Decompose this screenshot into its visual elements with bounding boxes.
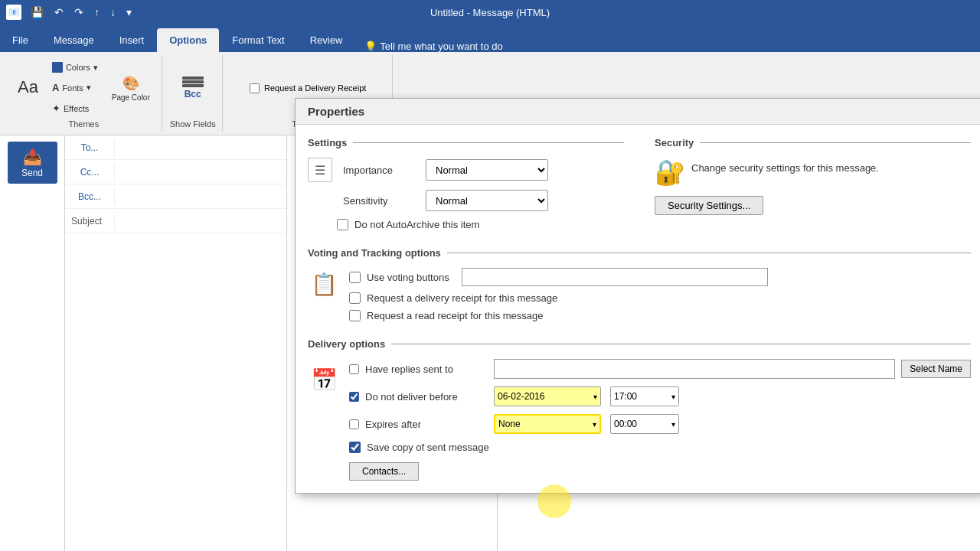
delivery-icon-box: 📅 bbox=[308, 359, 340, 401]
tab-review[interactable]: Review bbox=[298, 28, 355, 52]
security-title: Security bbox=[655, 137, 694, 148]
bcc-input[interactable] bbox=[115, 188, 286, 205]
expires-time-value: 00:00 bbox=[614, 419, 671, 429]
expires-time-arrow: ▾ bbox=[671, 420, 675, 429]
save-copy-row: Save copy of sent message bbox=[349, 442, 971, 453]
title-bar: 📧 💾 ↶ ↷ ↑ ↓ ▾ Untitled - Message (HTML) bbox=[0, 0, 980, 24]
request-delivery-checkbox[interactable] bbox=[349, 292, 361, 304]
read-receipt-row: Request a read receipt for this message bbox=[349, 310, 768, 321]
send-button[interactable]: 📤 Send bbox=[8, 142, 57, 184]
down-button[interactable]: ↓ bbox=[107, 5, 119, 20]
dropdown-button[interactable]: ▾ bbox=[123, 5, 135, 20]
dialog-title: Properties bbox=[296, 99, 980, 125]
deliver-before-time[interactable]: 17:00 ▾ bbox=[610, 386, 679, 406]
deliver-before-date-value: 06-02-2016 bbox=[498, 391, 593, 402]
delivery-header: Delivery options bbox=[308, 338, 971, 350]
voting-icon-box: 📋 bbox=[308, 268, 340, 300]
expires-date-arrow: ▾ bbox=[593, 420, 596, 429]
send-icon: 📤 bbox=[23, 148, 42, 166]
colors-dropdown: ▾ bbox=[93, 63, 98, 73]
page-color-icon: 🎨 bbox=[122, 75, 139, 92]
deliver-before-checkbox[interactable] bbox=[349, 392, 359, 402]
to-button[interactable]: To... bbox=[65, 139, 115, 156]
voting-checkboxes: Use voting buttons Request a delivery re… bbox=[349, 268, 768, 328]
tell-me-bar[interactable]: 💡 Tell me what you want to do bbox=[355, 41, 511, 52]
delivery-title: Delivery options bbox=[308, 338, 385, 350]
dialog-body: Settings ☰ Importance Low Normal High bbox=[296, 125, 980, 493]
delivery-fields: Have replies sent to Select Name Do not … bbox=[349, 359, 971, 481]
autoarchive-label: Do not AutoArchive this item bbox=[354, 219, 479, 230]
subject-label: Subject bbox=[65, 213, 115, 230]
themes-button[interactable]: Aa bbox=[12, 75, 44, 101]
expires-checkbox[interactable] bbox=[349, 419, 359, 429]
undo-button[interactable]: ↶ bbox=[51, 5, 67, 20]
bcc-button[interactable]: Bcc bbox=[177, 73, 209, 103]
bcc-icon-group bbox=[182, 77, 204, 87]
sensitivity-row: Sensitivity Normal Personal Private Conf… bbox=[308, 190, 624, 211]
deliver-before-row: Do not deliver before 06-02-2016 ▾ 17:00… bbox=[349, 386, 971, 406]
subject-input[interactable] bbox=[115, 213, 286, 230]
save-button[interactable]: 💾 bbox=[28, 5, 47, 20]
settings-header: Settings bbox=[308, 137, 624, 148]
lock-icon: 🔐 bbox=[655, 158, 685, 187]
tab-message[interactable]: Message bbox=[41, 28, 106, 52]
expires-row: Expires after None ▾ 00:00 ▾ bbox=[349, 414, 971, 434]
replies-checkbox[interactable] bbox=[349, 364, 359, 374]
to-input[interactable] bbox=[115, 139, 286, 156]
voting-line bbox=[447, 253, 971, 253]
tab-file[interactable]: File bbox=[0, 28, 41, 52]
cc-input[interactable] bbox=[115, 164, 286, 181]
tab-insert[interactable]: Insert bbox=[107, 28, 157, 52]
replies-input[interactable] bbox=[494, 359, 895, 379]
cc-row: Cc... bbox=[65, 160, 286, 184]
sensitivity-select[interactable]: Normal Personal Private Confidential bbox=[426, 190, 548, 211]
save-copy-checkbox[interactable] bbox=[349, 442, 361, 453]
themes-icon: Aa bbox=[18, 79, 38, 96]
colors-button[interactable]: Colors ▾ bbox=[47, 58, 103, 77]
fonts-button[interactable]: A Fonts ▾ bbox=[47, 78, 103, 97]
ribbon-tabs-row: File Message Insert Options Format Text … bbox=[0, 24, 980, 52]
up-button[interactable]: ↑ bbox=[91, 5, 103, 20]
autoarchive-checkbox[interactable] bbox=[337, 219, 348, 230]
use-voting-checkbox[interactable] bbox=[349, 272, 361, 283]
colors-swatch bbox=[52, 62, 63, 73]
request-read-checkbox[interactable] bbox=[349, 310, 361, 321]
redo-button[interactable]: ↷ bbox=[71, 5, 87, 20]
importance-select[interactable]: Low Normal High bbox=[426, 159, 548, 181]
to-row: To... bbox=[65, 135, 286, 160]
replies-row: Have replies sent to Select Name bbox=[349, 359, 971, 379]
autoarchive-row: Do not AutoArchive this item bbox=[337, 219, 624, 230]
show-fields-items: Bcc bbox=[177, 58, 209, 118]
select-name-button[interactable]: Select Name bbox=[901, 360, 971, 378]
effects-icon: ✦ bbox=[52, 103, 60, 114]
themes-group-label: Themes bbox=[69, 119, 100, 129]
send-panel: 📤 Send bbox=[0, 135, 65, 551]
delivery-icon: 📅 bbox=[311, 367, 338, 393]
expires-date[interactable]: None ▾ bbox=[494, 414, 601, 434]
fonts-dropdown: ▾ bbox=[87, 83, 91, 93]
cc-button[interactable]: Cc... bbox=[65, 164, 115, 181]
delivery-line bbox=[391, 344, 971, 344]
tab-formattext[interactable]: Format Text bbox=[220, 28, 296, 52]
deliver-before-label: Do not deliver before bbox=[365, 391, 488, 403]
effects-button[interactable]: ✦ Effects bbox=[47, 99, 103, 118]
expires-date-value: None bbox=[498, 419, 593, 429]
expires-label: Expires after bbox=[365, 419, 488, 430]
tab-options[interactable]: Options bbox=[157, 28, 219, 52]
sensitivity-label: Sensitivity bbox=[343, 195, 420, 207]
outlook-icon: 📧 bbox=[6, 5, 21, 20]
bcc-addr-button[interactable]: Bcc... bbox=[65, 188, 115, 205]
deliver-before-date[interactable]: 06-02-2016 ▾ bbox=[494, 386, 601, 406]
page-color-button[interactable]: 🎨 Page Color bbox=[106, 71, 155, 106]
delivery-receipt-checkbox[interactable] bbox=[250, 83, 260, 93]
expires-time[interactable]: 00:00 ▾ bbox=[610, 414, 679, 434]
contacts-button[interactable]: Contacts... bbox=[349, 462, 419, 481]
voting-header: Voting and Tracking options bbox=[308, 247, 971, 259]
settings-line bbox=[353, 142, 624, 143]
security-settings-button[interactable]: Security Settings... bbox=[655, 196, 763, 215]
bcc-line2 bbox=[182, 80, 204, 83]
settings-security-row: Settings ☰ Importance Low Normal High bbox=[308, 137, 971, 236]
security-description: Change security settings for this messag… bbox=[691, 162, 879, 174]
voting-buttons-input[interactable] bbox=[462, 268, 768, 286]
themes-group: Aa Colors ▾ A Fonts ▾ ✦ Effects bbox=[6, 55, 162, 132]
